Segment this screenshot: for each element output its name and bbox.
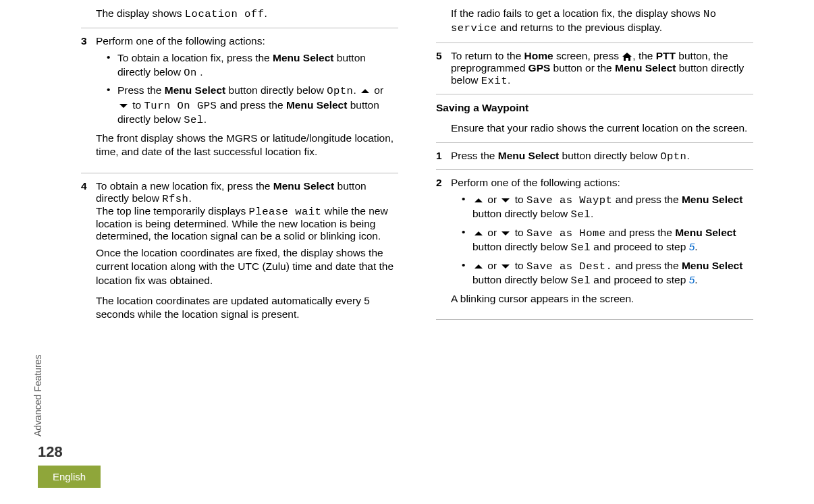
bold-text: GPS <box>528 62 551 74</box>
arrow-up-icon <box>359 88 371 94</box>
divider <box>81 28 398 28</box>
code-optn: Optn <box>660 150 686 163</box>
arrow-up-icon <box>472 197 485 204</box>
w2-intro: Perform one of the following actions: <box>451 177 753 189</box>
right-column: If the radio fails to get a location fix… <box>436 0 753 459</box>
home-icon <box>622 52 632 61</box>
code-save-home: Save as Home <box>526 227 606 240</box>
code-rfsh: Rfsh <box>162 193 188 205</box>
bold-text: Menu Select <box>615 62 676 74</box>
location-off-line: The display shows Location off. <box>96 7 398 21</box>
divider <box>436 94 753 94</box>
waypoint-step-2: 2 Perform one of the following actions: … <box>436 177 753 312</box>
bullet: or to Save as Home and press the Menu Se… <box>462 226 753 255</box>
arrow-down-icon <box>499 197 512 204</box>
code-sel: Sel <box>571 208 591 221</box>
bold-text: Menu Select <box>682 260 742 271</box>
step3-result: The front display shows the MGRS or lati… <box>96 132 398 159</box>
bullet: Press the Menu Select button directly be… <box>107 84 398 127</box>
svg-marker-7 <box>474 264 483 269</box>
bold-text: Menu Select <box>682 194 742 205</box>
step-5: 5 To return to the Home screen, press , … <box>436 50 753 87</box>
bold-text: Menu Select <box>675 227 736 238</box>
arrow-down-icon <box>117 103 130 109</box>
code-optn: Optn <box>327 85 353 97</box>
code-sel: Sel <box>571 275 591 287</box>
side-tab-label: Advanced Features <box>32 355 43 437</box>
bold-text: PTT <box>656 50 676 61</box>
divider <box>436 319 753 320</box>
bold-text: Menu Select <box>286 99 347 111</box>
bullet: or to Save as Dest. and press the Menu S… <box>462 259 753 288</box>
code-sel: Sel <box>184 114 203 126</box>
waypoint-step-1: 1 Press the Menu Select button directly … <box>436 150 753 163</box>
heading-saving-waypoint: Saving a Waypoint <box>436 101 753 115</box>
code-on: On <box>184 67 197 79</box>
step-number: 4 <box>81 180 96 329</box>
step4-para3: The location coordinates are updated aut… <box>96 294 398 322</box>
bold-text: Menu Select <box>273 52 333 63</box>
w2-bullets: or to Save as Waypt and press the Menu S… <box>462 193 753 288</box>
divider <box>436 169 753 170</box>
bullet: To obtain a location fix, press the Menu… <box>107 51 398 80</box>
code-exit: Exit <box>481 75 508 87</box>
fail-line: If the radio fails to get a location fix… <box>451 7 753 36</box>
svg-marker-4 <box>501 198 510 202</box>
code-location-off: Location off <box>185 8 265 20</box>
step3-bullets: To obtain a location fix, press the Menu… <box>107 51 398 127</box>
code-please-wait: Please wait <box>249 206 322 218</box>
language-tab: English <box>38 466 101 488</box>
xref-step-5[interactable]: 5 <box>689 274 695 285</box>
step-number: 2 <box>436 177 451 312</box>
step-number: 1 <box>436 150 451 163</box>
svg-marker-2 <box>622 53 632 61</box>
bold-text: Home <box>524 50 553 61</box>
divider <box>436 43 753 43</box>
code-save-waypt: Save as Waypt <box>526 194 612 206</box>
left-column: The display shows Location off. 3 Perfor… <box>81 0 398 459</box>
code-save-dest: Save as Dest. <box>526 260 612 273</box>
svg-marker-6 <box>501 231 510 235</box>
page-number: 128 <box>38 443 63 461</box>
divider <box>81 173 398 173</box>
step-3: 3 Perform one of the following actions: … <box>81 35 398 165</box>
code-turn-on-gps: Turn On GPS <box>144 100 217 112</box>
bullet: or to Save as Waypt and press the Menu S… <box>462 193 753 222</box>
arrow-down-icon <box>499 263 512 270</box>
svg-marker-3 <box>474 198 483 202</box>
code-sel: Sel <box>571 242 591 254</box>
step4-para2: Once the location coordinates are fixed,… <box>96 246 398 287</box>
step-number: 3 <box>81 35 96 165</box>
xref-step-5[interactable]: 5 <box>689 241 695 252</box>
step4-line2: The top line temporarily displays Please… <box>96 205 398 242</box>
ensure-line: Ensure that your radio shows the current… <box>451 121 753 135</box>
step3-intro: Perform one of the following actions: <box>96 35 398 47</box>
bold-text: Menu Select <box>165 84 225 96</box>
w2-result: A blinking cursor appears in the screen. <box>451 292 753 306</box>
svg-marker-0 <box>361 89 369 93</box>
arrow-up-icon <box>472 230 485 237</box>
bold-text: Menu Select <box>498 150 559 161</box>
arrow-down-icon <box>499 230 512 237</box>
svg-marker-5 <box>474 231 483 235</box>
step-number: 5 <box>436 50 451 87</box>
bold-text: Menu Select <box>273 180 334 192</box>
step4-line1: To obtain a new location fix, press the … <box>96 180 398 205</box>
svg-marker-8 <box>501 264 510 269</box>
svg-marker-1 <box>119 104 128 108</box>
divider <box>436 142 753 143</box>
arrow-up-icon <box>472 263 485 270</box>
step-4: 4 To obtain a new location fix, press th… <box>81 180 398 329</box>
